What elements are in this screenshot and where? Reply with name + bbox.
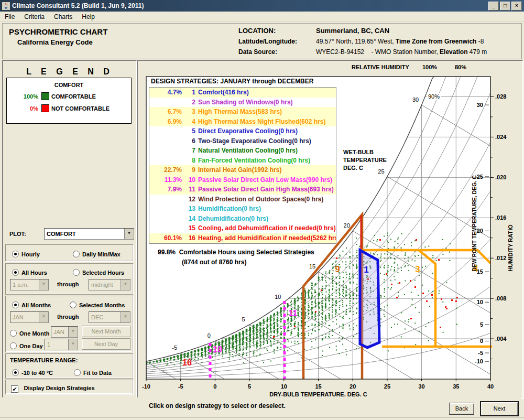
svg-text:25: 25 xyxy=(378,168,384,175)
legend-title: L E G E N D xyxy=(3,67,136,77)
legend-box: COMFORT 100%COMFORTABLE0%NOT COMFORTABLE xyxy=(6,78,132,124)
radio-one-day[interactable]: One Day xyxy=(10,341,43,350)
page-subtitle: California Energy Code xyxy=(17,38,93,46)
svg-text:.004: .004 xyxy=(495,336,507,342)
legend-percent: 0% xyxy=(7,105,38,112)
psychrometric-chart-panel: 9134101116-10-50510152025303540DRY-BULB … xyxy=(137,60,523,399)
svg-text:5: 5 xyxy=(242,316,245,322)
display-strategies-checkbox[interactable]: ✔ Display Design Strategies xyxy=(11,383,95,393)
svg-text:20: 20 xyxy=(477,228,483,234)
hourly-group: Hourly Daily Min/Max xyxy=(5,244,133,261)
radio-one-month[interactable]: One Month xyxy=(10,328,49,338)
svg-text:9: 9 xyxy=(335,264,340,274)
svg-text:15: 15 xyxy=(315,383,321,390)
plot-group: PLOT: COMFORT▼ xyxy=(5,228,132,241)
radio-daily-minmax[interactable]: Daily Min/Max xyxy=(73,249,121,259)
strategy-row-3[interactable]: 6.7%3High Thermal Mass(583 hrs) xyxy=(149,107,336,117)
chevron-down-icon: ▼ xyxy=(68,339,78,350)
chevron-down-icon: ▼ xyxy=(39,312,48,322)
svg-text:DEW POINT TEMPERATURE, DEG. C: DEW POINT TEMPERATURE, DEG. C xyxy=(471,175,477,272)
through-label: through xyxy=(57,281,79,287)
strategy-row-13[interactable]: 13Humidification(0 hrs) xyxy=(149,204,336,214)
elevation-label: Elevation xyxy=(440,48,467,56)
temp-range-group: TEMPERATURE RANGE: -10 to 40 °C Fit to D… xyxy=(5,353,133,379)
minimize-button[interactable]: _ xyxy=(488,2,499,10)
svg-text:DRY-BULB TEMPERATURE, DEG. C: DRY-BULB TEMPERATURE, DEG. C xyxy=(269,391,367,396)
hour-from-select[interactable]: 1 a.m.▼ xyxy=(10,279,49,290)
hour-to-select[interactable]: midnight▼ xyxy=(89,279,130,290)
radio-hourly[interactable]: Hourly xyxy=(12,249,40,259)
page-title: PSYCHROMETRIC CHART xyxy=(9,27,107,36)
through-label: through xyxy=(57,314,79,320)
strategy-row-5[interactable]: 5Direct Evaporative Cooling(0 hrs) xyxy=(149,126,336,136)
strategy-row-4[interactable]: 6.9%4High Thermal Mass Night Flushed(602… xyxy=(149,117,336,127)
svg-text:0: 0 xyxy=(213,383,216,390)
legend-section-title: COMFORT xyxy=(7,82,131,88)
legend-percent: 100% xyxy=(7,93,38,100)
radio-all-hours[interactable]: All Hours xyxy=(12,267,47,277)
legend-row: 0%NOT COMFORTABLE xyxy=(7,104,131,112)
strategy-row-15[interactable]: 15Cooling, add Dehumidfication if needed… xyxy=(149,223,336,233)
strategy-row-16[interactable]: 60.1%16Heating, add Humidification if ne… xyxy=(149,233,336,243)
svg-text:DEG. C: DEG. C xyxy=(343,165,363,171)
strategy-row-8[interactable]: 8Fan-Forced Ventilation Cooling(0 hrs) xyxy=(149,156,336,166)
strategy-row-11[interactable]: 7.9%11Passive Solar Direct Gain High Mas… xyxy=(149,185,336,195)
display-strategies-group: ✔ Display Design Strategies xyxy=(5,380,133,394)
svg-text:.020: .020 xyxy=(495,174,506,180)
menu-item-charts[interactable]: Charts xyxy=(49,12,77,21)
menu-item-help[interactable]: Help xyxy=(77,12,100,21)
menu-item-file[interactable]: File xyxy=(0,12,19,21)
latlon-value: 49.57° North, 119.65° West, Time Zone fr… xyxy=(316,38,484,45)
data-source-value: WYEC2-B-94152 - WMO Station Number, Elev… xyxy=(316,48,487,56)
one-day-select[interactable]: 1▼ xyxy=(45,339,78,350)
svg-text:11: 11 xyxy=(289,309,298,318)
svg-text:10: 10 xyxy=(275,294,281,300)
svg-text:.028: .028 xyxy=(495,93,506,100)
menu-item-criteria[interactable]: Criteria xyxy=(19,12,49,21)
radio-selected-hours[interactable]: Selected Hours xyxy=(73,267,124,277)
legend-label: COMFORTABLE xyxy=(51,93,96,100)
strategy-row-1[interactable]: 4.7%1Comfort(416 hrs) xyxy=(149,88,336,98)
location-value: Summerland, BC, CAN xyxy=(316,27,389,35)
radio-selected-months[interactable]: Selected Months xyxy=(70,300,125,309)
svg-text:15: 15 xyxy=(309,263,315,270)
next-month-button[interactable]: Next Month xyxy=(82,326,130,337)
month-from-select[interactable]: JAN▼ xyxy=(10,311,49,323)
plot-select[interactable]: COMFORT▼ xyxy=(44,228,134,240)
legend-swatch-icon xyxy=(41,92,49,100)
next-day-button[interactable]: Next Day xyxy=(82,338,130,350)
maximize-button[interactable]: □ xyxy=(500,2,510,10)
svg-text:10: 10 xyxy=(213,345,222,354)
strategy-row-10[interactable]: 11.3%10Passive Solar Direct Gain Low Mas… xyxy=(149,175,336,185)
month-to-select[interactable]: DEC▼ xyxy=(89,311,130,323)
window-frame-bottom xyxy=(0,417,524,420)
strategy-row-6[interactable]: 6Two-Stage Evaporative Cooling(0 hrs) xyxy=(149,136,336,146)
svg-text:.024: .024 xyxy=(495,134,507,140)
next-button[interactable]: Next xyxy=(480,401,519,416)
legend-label: NOT COMFORTABLE xyxy=(51,105,110,112)
latlon-label: Latitude/Longitude: xyxy=(238,38,297,45)
months-group: All Months Selected Months JAN▼ through … xyxy=(5,296,133,352)
chevron-down-icon: ▼ xyxy=(39,279,48,290)
svg-text:25: 25 xyxy=(477,174,483,180)
menu-bar: FileCriteriaChartsHelp xyxy=(0,12,524,22)
strategy-row-12[interactable]: 12Wind Protection of Outdoor Spaces(0 hr… xyxy=(149,195,336,204)
svg-text:HUMIDITY RATIO: HUMIDITY RATIO xyxy=(507,224,514,272)
chart-header: PSYCHROMETRIC CHART California Energy Co… xyxy=(2,23,522,59)
svg-text:TEMPERATURE: TEMPERATURE xyxy=(343,157,387,163)
strategy-row-2[interactable]: 2Sun Shading of Windows(0 hrs) xyxy=(149,98,336,107)
strategy-row-14[interactable]: 14Dehumidification(0 hrs) xyxy=(149,214,336,224)
location-label: LOCATION: xyxy=(238,27,276,35)
svg-text:20: 20 xyxy=(350,383,356,390)
chevron-down-icon: ▼ xyxy=(68,327,78,337)
checkbox-icon: ✔ xyxy=(11,385,18,393)
radio-all-months[interactable]: All Months xyxy=(12,300,51,309)
close-button[interactable]: × xyxy=(511,2,522,10)
one-month-select[interactable]: JAN▼ xyxy=(51,326,78,338)
radio-temp-fixed[interactable]: -10 to 40 °C xyxy=(12,368,53,377)
back-button[interactable]: Back xyxy=(449,403,474,415)
radio-fit-to-data[interactable]: Fit to Data xyxy=(74,368,112,377)
svg-text:40: 40 xyxy=(487,383,494,390)
strategy-row-7[interactable]: 7Natural Ventilation Cooling(0 hrs) xyxy=(149,146,336,156)
strategy-row-9[interactable]: 22.7%9Internal Heat Gain(1992 hrs) xyxy=(149,165,336,175)
